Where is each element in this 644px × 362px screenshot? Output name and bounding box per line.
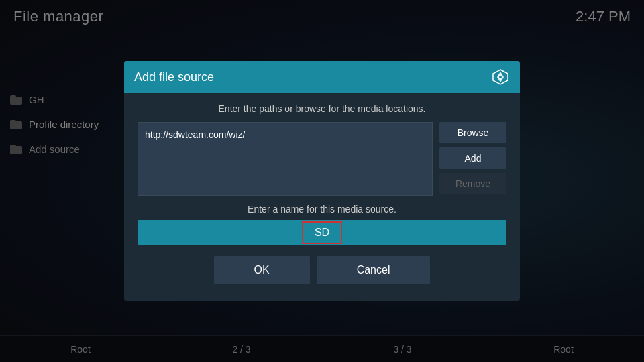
add-file-source-dialog: Add file source Enter the paths or brows… (124, 61, 520, 301)
ok-button[interactable]: OK (214, 256, 310, 284)
name-input[interactable]: SD (138, 220, 506, 245)
side-buttons: Browse Add Remove (439, 122, 506, 196)
add-button[interactable]: Add (439, 147, 506, 169)
name-label: Enter a name for this media source. (138, 204, 506, 215)
url-value: http://sdwteam.com/wiz/ (145, 129, 425, 140)
remove-button[interactable]: Remove (439, 173, 506, 194)
dialog-content-row: http://sdwteam.com/wiz/ Browse Add Remov… (138, 122, 506, 196)
dialog-subtitle: Enter the paths or browse for the media … (138, 103, 506, 114)
name-input-container: SD (138, 220, 506, 245)
cancel-button[interactable]: Cancel (317, 256, 431, 284)
dialog-footer: OK Cancel (138, 256, 506, 288)
dialog-body: Enter the paths or browse for the media … (124, 93, 520, 301)
dialog-header: Add file source (124, 61, 520, 93)
browse-button[interactable]: Browse (439, 122, 506, 143)
dialog-title: Add file source (134, 70, 214, 84)
url-box[interactable]: http://sdwteam.com/wiz/ (138, 122, 433, 196)
kodi-logo-icon (491, 68, 510, 86)
svg-point-2 (499, 76, 502, 78)
